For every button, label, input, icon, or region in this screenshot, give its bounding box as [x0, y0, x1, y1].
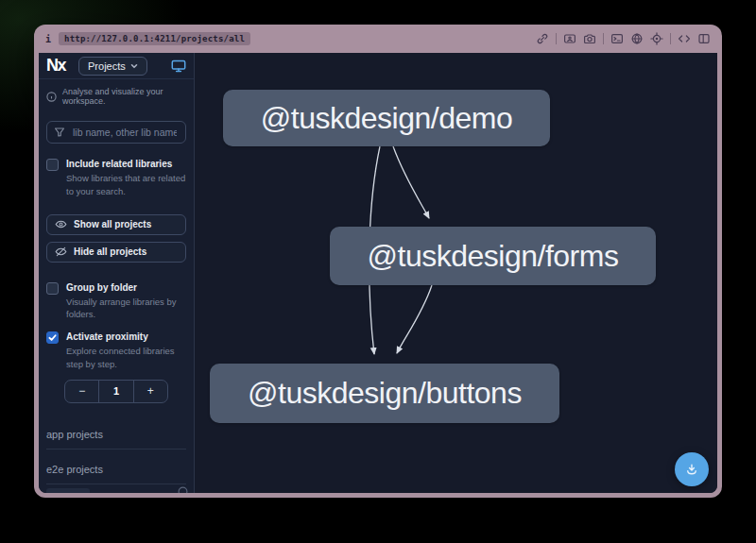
- camera-icon[interactable]: [583, 32, 596, 45]
- download-graph-button[interactable]: [675, 452, 709, 486]
- checkbox-label[interactable]: Group by folder: [66, 281, 186, 294]
- link-icon[interactable]: [536, 32, 549, 45]
- sidebar-header: Nx Projects: [39, 53, 194, 79]
- checkbox-description: Explore connected libraries step by step…: [66, 345, 186, 371]
- partial-cutoff-row: [46, 484, 188, 493]
- chevron-down-icon: [130, 62, 138, 70]
- show-all-projects-label: Show all projects: [74, 219, 151, 229]
- titlebar-toolbar: [536, 32, 711, 45]
- project-graph-canvas[interactable]: @tuskdesign/demo @tuskdesign/forms @tusk…: [195, 53, 717, 493]
- layout-columns-icon[interactable]: [697, 32, 711, 45]
- checkbox-label[interactable]: Activate proximity: [66, 331, 186, 343]
- project-sections: app projects e2e projects lib projects: [39, 415, 194, 493]
- edge-demo-to-forms: [393, 146, 429, 218]
- toolbar-separator: [603, 33, 604, 44]
- checkbox-unchecked[interactable]: [46, 282, 59, 295]
- search-box: [46, 121, 186, 144]
- target-icon[interactable]: [650, 32, 663, 45]
- globe-icon[interactable]: [630, 32, 644, 45]
- show-all-projects-button[interactable]: Show all projects: [46, 214, 186, 235]
- checkbox-label[interactable]: Include related libraries: [66, 158, 186, 170]
- browser-window: i http://127.0.0.1:4211/projects/all: [34, 25, 722, 498]
- cutoff-text-blob: [46, 488, 90, 494]
- stepper-increment-button[interactable]: +: [134, 381, 167, 402]
- hide-all-projects-label: Hide all projects: [74, 246, 146, 257]
- toolbar-separator: [556, 33, 557, 44]
- monitor-icon[interactable]: [171, 59, 186, 73]
- checkbox-checked[interactable]: [46, 331, 59, 344]
- download-icon: [684, 462, 699, 477]
- eye-icon: [55, 218, 67, 230]
- tagline-row: Analyse and visualize your workspace.: [39, 79, 194, 106]
- url-bar[interactable]: http://127.0.0.1:4211/projects/all: [59, 32, 250, 45]
- code-arrows-icon[interactable]: [678, 32, 691, 45]
- filter-icon: [54, 127, 65, 138]
- checkbox-group-by-folder: Group by folder Visually arrange librari…: [39, 281, 194, 322]
- checkbox-include-related: Include related libraries Show libraries…: [39, 158, 194, 198]
- checkbox-description: Visually arrange libraries by folders.: [66, 296, 186, 322]
- graph-node-buttons[interactable]: @tuskdesign/buttons: [210, 364, 559, 423]
- graph-node-demo[interactable]: @tuskdesign/demo: [223, 90, 550, 146]
- device-frame-icon[interactable]: [563, 32, 576, 45]
- checkbox-description: Show libraries that are related to your …: [66, 172, 186, 198]
- projects-dropdown[interactable]: Projects: [78, 57, 147, 76]
- info-icon: i: [45, 34, 51, 44]
- graph-node-forms[interactable]: @tuskdesign/forms: [330, 227, 656, 285]
- checkbox-activate-proximity: Activate proximity Explore connected lib…: [39, 331, 194, 371]
- app-content: Nx Projects Analyse and visualize your w…: [39, 53, 717, 493]
- section-e2e-projects[interactable]: e2e projects: [46, 450, 186, 484]
- toolbar-separator: [670, 33, 671, 44]
- section-app-projects[interactable]: app projects: [46, 415, 186, 450]
- checkbox-unchecked[interactable]: [46, 159, 59, 171]
- stepper-value: 1: [98, 381, 133, 402]
- circle-icon: [178, 486, 188, 494]
- sidebar: Nx Projects Analyse and visualize your w…: [39, 53, 195, 493]
- browser-titlebar: i http://127.0.0.1:4211/projects/all: [34, 25, 722, 53]
- tagline-text: Analyse and visualize your workspace.: [62, 87, 186, 106]
- hide-all-projects-button[interactable]: Hide all projects: [46, 242, 186, 263]
- proximity-stepper: − 1 +: [64, 380, 168, 403]
- terminal-icon[interactable]: [610, 32, 624, 45]
- info-circle-icon: [46, 92, 57, 102]
- stepper-decrement-button[interactable]: −: [65, 381, 98, 402]
- check-icon: [48, 333, 57, 342]
- projects-dropdown-label: Projects: [88, 60, 126, 72]
- search-input[interactable]: [71, 126, 179, 139]
- nx-logo: Nx: [46, 56, 65, 76]
- edge-forms-to-buttons: [397, 285, 432, 353]
- eye-off-icon: [55, 246, 67, 258]
